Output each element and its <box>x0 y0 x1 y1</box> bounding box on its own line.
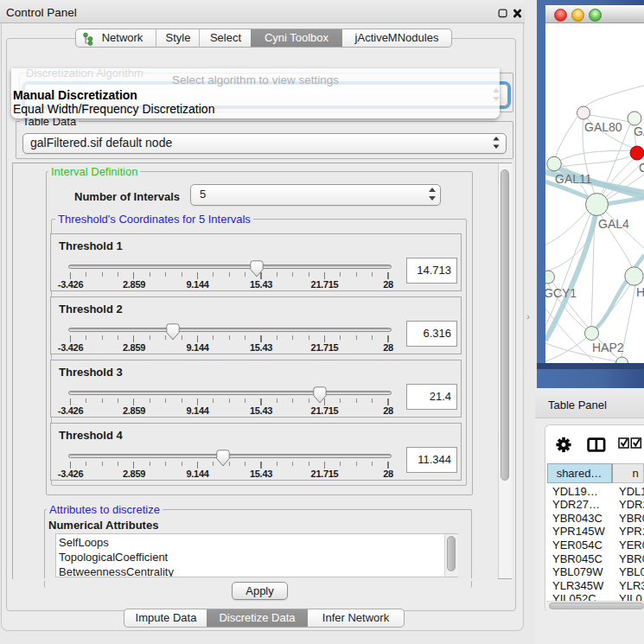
svg-text:GA: GA <box>634 124 644 138</box>
svg-text:HAP2: HAP2 <box>592 341 624 354</box>
svg-text:GAL80: GAL80 <box>584 120 622 134</box>
svg-text:C: C <box>639 161 644 175</box>
svg-text:GCY1: GCY1 <box>545 286 577 300</box>
svg-text:GAL11: GAL11 <box>555 172 592 186</box>
svg-text:GAL4: GAL4 <box>598 217 629 231</box>
svg-text:H: H <box>636 285 644 299</box>
